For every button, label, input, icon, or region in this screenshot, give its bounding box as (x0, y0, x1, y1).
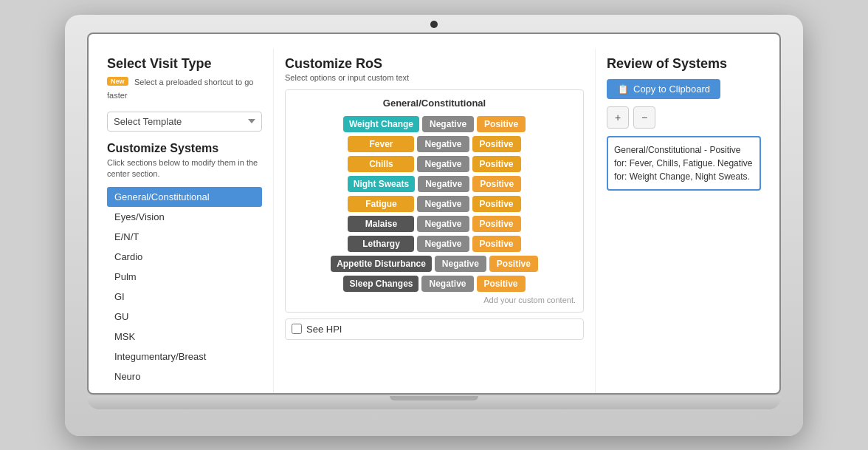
symptom-label: Malaise (348, 216, 414, 232)
clipboard-icon: 📋 (617, 83, 629, 95)
visit-type-title: Select Visit Type (107, 56, 262, 72)
sidebar-item-eyes-vision[interactable]: Eyes/Vision (107, 207, 262, 227)
review-text-box: General/Constitutional - Positive for: F… (607, 136, 761, 191)
new-badge: New (107, 77, 128, 86)
laptop-base (87, 396, 781, 409)
sidebar-item-neuro[interactable]: Neuro (107, 367, 262, 386)
positive-button[interactable]: Positive (472, 176, 521, 192)
sidebar-item-cardio[interactable]: Cardio (107, 247, 262, 267)
positive-button[interactable]: Positive (472, 156, 521, 172)
systems-list: General/ConstitutionalEyes/VisionE/N/TCa… (107, 187, 262, 394)
ros-section-header: General/Constitutional (293, 98, 576, 109)
zoom-out-button[interactable]: − (633, 106, 655, 129)
negative-button[interactable]: Negative (417, 136, 469, 152)
ros-subtitle: Select options or input custom text (285, 73, 584, 82)
sidebar-item-psych[interactable]: Psych (107, 386, 262, 394)
symptom-label: Night Sweats (348, 176, 415, 192)
zoom-in-button[interactable]: + (607, 106, 629, 129)
ros-row: Night SweatsNegativePositive (293, 176, 576, 192)
plus-icon: + (615, 112, 621, 123)
laptop-screen: Select Visit Type New Select a preloaded… (87, 33, 781, 395)
negative-button[interactable]: Negative (417, 156, 469, 172)
symptom-label: Lethargy (348, 236, 414, 252)
symptom-label: Weight Change (343, 116, 419, 132)
ros-row: LethargyNegativePositive (293, 236, 576, 252)
negative-button[interactable]: Negative (422, 116, 474, 132)
negative-button[interactable]: Negative (417, 196, 469, 212)
sidebar-item-general-constitutional[interactable]: General/Constitutional (107, 187, 262, 207)
ros-row: ChillsNegativePositive (293, 156, 576, 172)
symptom-label: Chills (348, 156, 414, 172)
positive-button[interactable]: Positive (472, 196, 521, 212)
customize-systems-subtitle: Click sections below to modify them in t… (107, 157, 262, 180)
negative-button[interactable]: Negative (417, 236, 469, 252)
template-select[interactable]: Select TemplateOption 1Option 2 (107, 112, 262, 132)
positive-button[interactable]: Positive (472, 236, 521, 252)
symptom-label: Sleep Changes (343, 276, 418, 292)
sidebar-item-gu[interactable]: GU (107, 307, 262, 327)
symptom-label: Appetite Disturbance (331, 256, 432, 272)
negative-button[interactable]: Negative (418, 176, 469, 192)
copy-button-label: Copy to Clipboard (633, 83, 710, 95)
negative-button[interactable]: Negative (421, 276, 473, 292)
see-hpi-label: See HPI (306, 324, 342, 335)
review-title: Review of Systems (607, 56, 761, 72)
positive-button[interactable]: Positive (472, 216, 521, 232)
positive-button[interactable]: Positive (477, 116, 526, 132)
positive-button[interactable]: Positive (489, 256, 538, 272)
ros-rows: Weight ChangeNegativePositiveFeverNegati… (293, 116, 576, 292)
customize-systems-title: Customize Systems (107, 142, 262, 155)
ros-row: Appetite DisturbanceNegativePositive (293, 256, 576, 272)
ros-row: FatigueNegativePositive (293, 196, 576, 212)
ros-row: Sleep ChangesNegativePositive (293, 276, 576, 292)
ros-row: Weight ChangeNegativePositive (293, 116, 576, 132)
right-panel: Review of Systems 📋 Copy to Clipboard + … (595, 49, 772, 393)
ros-row: MalaiseNegativePositive (293, 216, 576, 232)
see-hpi-checkbox[interactable] (292, 324, 302, 334)
left-panel: Select Visit Type New Select a preloaded… (96, 49, 273, 393)
ros-section-box: General/Constitutional Weight ChangeNega… (285, 89, 584, 313)
sidebar-item-msk[interactable]: MSK (107, 327, 262, 347)
visit-subtitle: Select a preloaded shortcut to go faster (107, 78, 253, 100)
sidebar-item-gi[interactable]: GI (107, 287, 262, 307)
see-hpi-row: See HPI (285, 318, 584, 340)
sidebar-item-e-n-t[interactable]: E/N/T (107, 227, 262, 247)
negative-button[interactable]: Negative (435, 256, 486, 272)
minus-icon: − (641, 112, 647, 123)
symptom-label: Fatigue (348, 196, 414, 212)
middle-panel: Customize RoS Select options or input cu… (273, 49, 595, 393)
webcam (430, 21, 438, 28)
copy-to-clipboard-button[interactable]: 📋 Copy to Clipboard (607, 79, 720, 99)
sidebar-item-integumentary-breast[interactable]: Integumentary/Breast (107, 347, 262, 367)
sidebar-item-pulm[interactable]: Pulm (107, 267, 262, 287)
positive-button[interactable]: Positive (477, 276, 526, 292)
screen-content: Select Visit Type New Select a preloaded… (89, 34, 779, 393)
ros-row: FeverNegativePositive (293, 136, 576, 152)
laptop-outer: Select Visit Type New Select a preloaded… (65, 15, 803, 436)
negative-button[interactable]: Negative (417, 216, 469, 232)
custom-content-hint: Add your custom content. (293, 296, 576, 304)
positive-button[interactable]: Positive (472, 136, 521, 152)
ros-title: Customize RoS (285, 56, 584, 72)
review-actions: + − (607, 106, 761, 129)
symptom-label: Fever (348, 136, 414, 152)
